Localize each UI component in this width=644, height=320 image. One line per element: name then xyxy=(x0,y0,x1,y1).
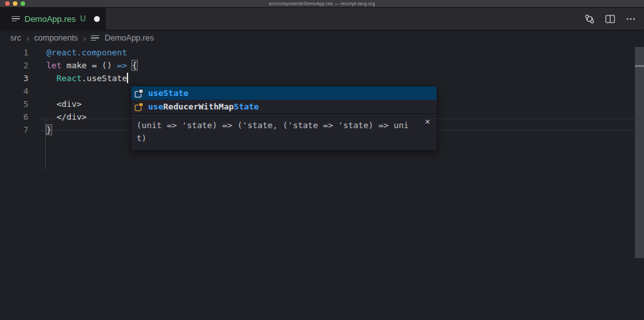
line-number: 3 xyxy=(0,72,28,85)
text-cursor xyxy=(127,73,128,83)
git-untracked-badge: U xyxy=(80,14,86,23)
file-icon xyxy=(91,35,100,41)
editor-actions xyxy=(583,8,636,30)
compare-changes-icon[interactable] xyxy=(583,13,595,24)
line-number: 1 xyxy=(0,46,28,59)
modified-dot-icon[interactable] xyxy=(94,16,100,22)
close-icon[interactable]: × xyxy=(425,117,430,126)
chevron-right-icon: › xyxy=(26,33,29,43)
tab-demoapp-res[interactable]: DemoApp.res U xyxy=(0,8,106,30)
line-content: @react.component xyxy=(46,46,127,59)
line-number: 4 xyxy=(0,85,28,98)
suggestion-label: useReducerWithMapState xyxy=(148,102,259,111)
symbol-module-icon xyxy=(134,88,144,99)
suggestion-label: useState xyxy=(148,88,189,98)
code-line-1[interactable]: 1@react.component xyxy=(0,46,644,59)
window-title: src/components/DemoApp.res — rescript-la… xyxy=(0,1,644,6)
chevron-right-icon: › xyxy=(83,33,86,43)
line-content: </div> xyxy=(46,111,87,124)
split-editor-icon[interactable] xyxy=(604,13,616,24)
line-number: 6 xyxy=(0,111,28,124)
vscode-window: src/components/DemoApp.res — rescript-la… xyxy=(0,0,644,320)
breadcrumb-item-demoapp-res[interactable]: DemoApp.res xyxy=(91,33,153,42)
overview-ruler-cursor-mark xyxy=(635,65,644,67)
line-number: 2 xyxy=(0,59,28,72)
line-content: <div> xyxy=(46,98,82,111)
tab-label: DemoApp.res xyxy=(24,14,75,24)
vertical-scrollbar[interactable] xyxy=(635,47,644,258)
tab-bar: DemoApp.res U xyxy=(0,8,644,30)
symbol-module-icon xyxy=(134,102,144,112)
line-content: } xyxy=(46,124,52,136)
suggestion-doc-panel: (unit => 'state) => ('state, ('state => … xyxy=(131,113,437,150)
titlebar: src/components/DemoApp.res — rescript-la… xyxy=(0,0,644,8)
line-number: 5 xyxy=(0,98,28,111)
code-line-3[interactable]: 3 React.useState xyxy=(0,72,644,85)
autocomplete-popup: useStateuseReducerWithMapState (unit => … xyxy=(131,86,437,151)
line-content: let make = () => { xyxy=(46,59,137,72)
breadcrumb-item-components[interactable]: components xyxy=(34,33,78,42)
file-icon xyxy=(12,16,21,22)
suggestion-usestate[interactable]: useState xyxy=(131,86,437,100)
suggestion-list: useStateuseReducerWithMapState xyxy=(131,86,437,113)
suggestion-usereducerwithmapstate[interactable]: useReducerWithMapState xyxy=(131,100,437,113)
line-content: React.useState xyxy=(46,72,128,85)
more-actions-icon[interactable] xyxy=(625,13,636,24)
breadcrumb-file-label: DemoApp.res xyxy=(104,33,153,42)
type-signature: (unit => 'state) => ('state, ('state => … xyxy=(137,119,411,145)
breadcrumb-item-src[interactable]: src xyxy=(10,33,21,42)
code-line-2[interactable]: 2let make = () => { xyxy=(0,59,644,72)
line-number: 7 xyxy=(0,124,28,136)
breadcrumb: src›components›DemoApp.res xyxy=(0,30,644,46)
